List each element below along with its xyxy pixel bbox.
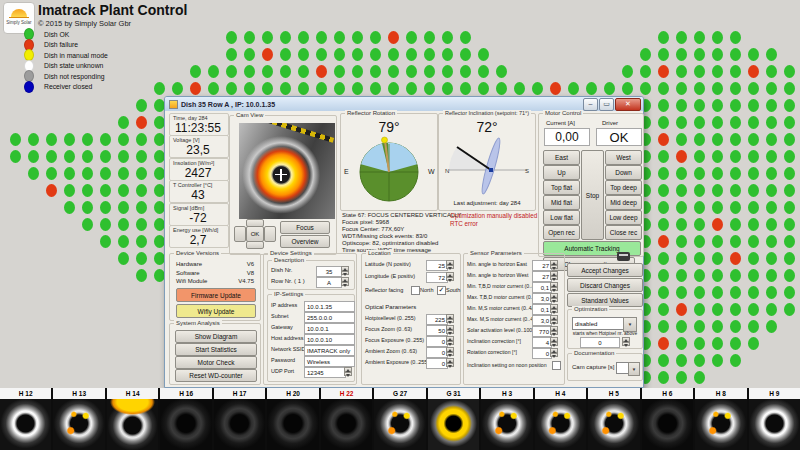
- dish-dot[interactable]: [748, 201, 759, 214]
- cam-ok-button[interactable]: OK: [246, 226, 264, 242]
- dish-dot[interactable]: [676, 48, 687, 61]
- dish-dot[interactable]: [64, 201, 75, 214]
- optimization-dropdown-arrow[interactable]: ▼: [623, 317, 637, 332]
- thumbnail-h12[interactable]: H 12: [0, 388, 51, 450]
- dish-dot[interactable]: [694, 48, 705, 61]
- dish-dot[interactable]: [712, 31, 723, 44]
- spin-down-icon[interactable]: [446, 363, 454, 368]
- dish-dot[interactable]: [694, 65, 705, 78]
- dish-dot[interactable]: [352, 31, 363, 44]
- dish-dot[interactable]: [442, 82, 453, 95]
- dish-dot[interactable]: [82, 218, 93, 231]
- spinner[interactable]: [344, 367, 352, 376]
- dish-dot[interactable]: [28, 150, 39, 163]
- spin-down-icon[interactable]: [344, 372, 352, 377]
- dish-dot[interactable]: [694, 201, 705, 214]
- focus-button[interactable]: Focus: [280, 221, 330, 234]
- dish-dot[interactable]: [82, 150, 93, 163]
- spin-down-icon[interactable]: [446, 341, 454, 346]
- dish-dot[interactable]: [370, 31, 381, 44]
- motor-top-flat-button[interactable]: Top flat: [543, 180, 580, 195]
- thumbnail-h14[interactable]: H 14: [107, 388, 158, 450]
- dish-dot[interactable]: [100, 218, 111, 231]
- dish-dot[interactable]: [334, 31, 345, 44]
- dish-dot[interactable]: [712, 354, 723, 367]
- dish-dot[interactable]: [676, 82, 687, 95]
- dish-dot[interactable]: [676, 337, 687, 350]
- dish-dot[interactable]: [712, 65, 723, 78]
- dish-dot[interactable]: [100, 184, 111, 197]
- dish-dot[interactable]: [784, 167, 795, 180]
- dish-dot[interactable]: [730, 99, 741, 112]
- dish-dot[interactable]: [766, 65, 777, 78]
- spinner[interactable]: [550, 315, 558, 324]
- dish-dot[interactable]: [766, 133, 777, 146]
- dish-dot[interactable]: [658, 184, 669, 197]
- dish-dot[interactable]: [82, 133, 93, 146]
- spinner[interactable]: [550, 304, 558, 313]
- dish-dot[interactable]: [82, 184, 93, 197]
- dish-dot[interactable]: [136, 184, 147, 197]
- dish-dot[interactable]: [694, 31, 705, 44]
- dish-dot[interactable]: [694, 82, 705, 95]
- thumbnail-h6[interactable]: H 6: [642, 388, 693, 450]
- dish-dot[interactable]: [712, 218, 723, 231]
- dish-dot[interactable]: [784, 116, 795, 129]
- setting-input[interactable]: 0: [532, 348, 552, 359]
- dish-dot[interactable]: [694, 116, 705, 129]
- spin-down-icon[interactable]: [550, 265, 558, 270]
- spin-down-icon[interactable]: [341, 282, 349, 287]
- thumbnail-g31[interactable]: G 31: [428, 388, 479, 450]
- dish-dot[interactable]: [658, 116, 669, 129]
- dish-dot[interactable]: [352, 82, 363, 95]
- dish-dot[interactable]: [730, 320, 741, 333]
- dish-dot[interactable]: [640, 82, 651, 95]
- dish-dot[interactable]: [226, 31, 237, 44]
- dish-dot[interactable]: [424, 48, 435, 61]
- dish-dot[interactable]: [658, 99, 669, 112]
- dish-dot[interactable]: [280, 82, 291, 95]
- dish-dot[interactable]: [748, 337, 759, 350]
- close-button[interactable]: ✕: [615, 98, 641, 111]
- dish-dot[interactable]: [442, 31, 453, 44]
- dish-dot[interactable]: [730, 269, 741, 282]
- dish-dot[interactable]: [532, 82, 543, 95]
- setting-input[interactable]: 3,0: [532, 315, 552, 326]
- dish-dot[interactable]: [694, 133, 705, 146]
- dish-dot[interactable]: [118, 116, 129, 129]
- dish-dot[interactable]: [712, 252, 723, 265]
- dish-dot[interactable]: [118, 235, 129, 248]
- dish-dot[interactable]: [460, 31, 471, 44]
- discard-changes-button[interactable]: Discard Changes: [567, 278, 643, 292]
- dish-dot[interactable]: [730, 48, 741, 61]
- dish-dot[interactable]: [694, 371, 705, 384]
- dish-dot[interactable]: [676, 201, 687, 214]
- thumbnail-g27[interactable]: G 27: [374, 388, 425, 450]
- spinner[interactable]: [550, 337, 558, 346]
- facing-south-checkbox[interactable]: ✓: [437, 286, 446, 295]
- setting-input[interactable]: 27: [532, 271, 552, 282]
- dish-dot[interactable]: [298, 31, 309, 44]
- spin-down-icon[interactable]: [446, 277, 454, 282]
- dish-dot[interactable]: [730, 235, 741, 248]
- dish-dot[interactable]: [100, 235, 111, 248]
- dish-dot[interactable]: [658, 337, 669, 350]
- spinner[interactable]: [341, 266, 349, 275]
- dish-dot[interactable]: [748, 48, 759, 61]
- dish-dot[interactable]: [730, 167, 741, 180]
- stop-button[interactable]: Stop: [581, 150, 604, 240]
- dish-dot[interactable]: [730, 184, 741, 197]
- dish-dot[interactable]: [784, 303, 795, 316]
- dish-dot[interactable]: [316, 82, 327, 95]
- dish-dot[interactable]: [586, 82, 597, 95]
- dish-dot[interactable]: [676, 235, 687, 248]
- dish-dot[interactable]: [694, 150, 705, 163]
- dish-dot[interactable]: [118, 201, 129, 214]
- dish-dot[interactable]: [64, 150, 75, 163]
- dish-dot[interactable]: [244, 31, 255, 44]
- dish-dot[interactable]: [262, 48, 273, 61]
- dish-dot[interactable]: [118, 133, 129, 146]
- dish-dot[interactable]: [10, 133, 21, 146]
- start-statistics-button[interactable]: Start Statistics: [175, 343, 257, 356]
- dish-dot[interactable]: [352, 65, 363, 78]
